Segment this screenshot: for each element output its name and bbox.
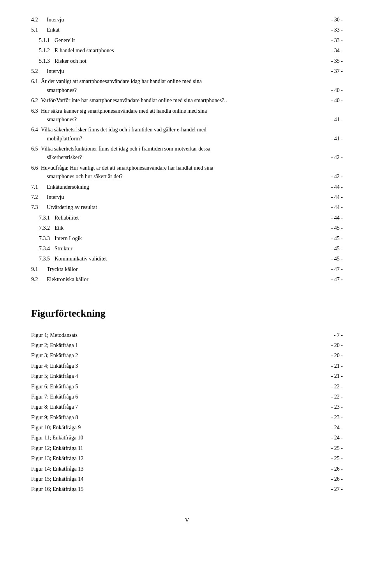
toc-number: 7.3.3 <box>39 234 55 243</box>
figur-row: Figur 8; Enkätfråga 7 - 23 - <box>31 403 343 411</box>
figur-label: Figur 9; Enkätfråga 8 <box>31 413 176 422</box>
toc-page: - 45 - <box>323 255 343 263</box>
figur-row: Figur 16; Enkätfråga 15 - 27 - <box>31 485 343 494</box>
toc-dots <box>185 198 322 199</box>
toc-page: - 26 - <box>323 475 343 484</box>
toc-page: - 25 - <box>323 444 343 453</box>
toc-number: 6.3 <box>31 108 38 114</box>
toc-dots <box>177 429 322 429</box>
toc-dots <box>185 178 322 178</box>
toc-dots <box>177 439 322 439</box>
toc-number: 5.1 <box>31 26 47 34</box>
toc-dots <box>189 219 322 220</box>
toc-page: - 35 - <box>323 57 343 66</box>
toc-dots <box>177 377 322 378</box>
toc-page: - 47 - <box>323 275 343 284</box>
toc-title: Kommunikativ validitet <box>55 255 187 263</box>
toc-dots <box>189 260 322 260</box>
toc-row-5-2: 5.2 Intervju - 37 - <box>31 67 343 76</box>
toc-page: - 44 - <box>323 214 343 222</box>
toc-title-cont: smartphones? <box>47 86 183 95</box>
toc-page: - 23 - <box>323 403 343 411</box>
toc-row-5-1-3: 5.1.3 Risker och hot - 35 - <box>31 57 343 66</box>
toc-number: 5.1.2 <box>39 46 55 55</box>
toc-title: Enkätundersökning <box>47 183 183 191</box>
toc-row-6-6: 6.6 Huvudfråga: Hur vanligt är det att s… <box>31 164 343 181</box>
toc-dots <box>177 337 322 337</box>
toc-page: - 24 - <box>323 423 343 432</box>
toc-number: 5.2 <box>31 67 47 76</box>
toc-row-5-1: 5.1 Enkät - 33 - <box>31 26 343 34</box>
toc-row-6-1: 6.1 Är det vanligt att smartphonesanvänd… <box>31 77 343 95</box>
toc-title: Intervju <box>47 67 183 76</box>
figurforteckning-section: Figurförteckning Figur 1; Metodansats - … <box>31 308 343 494</box>
toc-page: - 30 - <box>323 16 343 24</box>
figur-label: Figur 11; Enkätfråga 10 <box>31 434 176 442</box>
toc-page: - 33 - <box>323 36 343 45</box>
toc-dots <box>177 419 322 419</box>
toc-dots <box>177 470 322 471</box>
figur-row: Figur 3; Enkätfråga 2 - 20 - <box>31 351 343 360</box>
toc-page: - 45 - <box>323 244 343 253</box>
toc-number: 9.2 <box>31 275 47 284</box>
toc-container: 4.2 Intervju - 30 - 5.1 Enkät - 33 - 5.1… <box>31 16 343 284</box>
figur-label: Figur 5; Enkätfråga 4 <box>31 372 176 381</box>
figur-row: Figur 5; Enkätfråga 4 - 21 - <box>31 372 343 381</box>
toc-title: Vilka säkerhetsrisker finns det idag och… <box>41 127 206 133</box>
toc-page: - 45 - <box>323 234 343 243</box>
toc-page: - 20 - <box>323 351 343 360</box>
toc-number: 7.3 <box>31 203 47 212</box>
toc-number: 7.2 <box>31 193 47 202</box>
toc-row-9-1: 9.1 Tryckta källor - 47 - <box>31 265 343 274</box>
toc-title: Struktur <box>55 244 187 253</box>
figur-label: Figur 1; Metodansats <box>31 331 176 340</box>
toc-title: E-handel med smartphones <box>55 46 187 55</box>
toc-number: 6.1 <box>31 78 38 84</box>
figur-row: Figur 2; Enkätfråga 1 - 20 - <box>31 341 343 350</box>
toc-dots <box>177 480 322 481</box>
toc-number: 9.1 <box>31 265 47 274</box>
toc-number: 5.1.3 <box>39 57 55 66</box>
toc-title: Intern Logik <box>55 234 187 243</box>
toc-dots <box>185 188 322 189</box>
toc-row-4-2: 4.2 Intervju - 30 - <box>31 16 343 24</box>
figur-row: Figur 11; Enkätfråga 10 - 24 - <box>31 434 343 442</box>
toc-number: 6.2 <box>31 97 38 103</box>
footer-page-number: V <box>31 517 343 524</box>
toc-title: Huvudfråga: Hur vanligt är det att smart… <box>41 165 213 171</box>
toc-page: - 24 - <box>323 434 343 442</box>
toc-number: 7.3.4 <box>39 244 55 253</box>
toc-title: Risker och hot <box>55 57 187 66</box>
toc-row-6-5: 6.5 Vilka säkerhetsfunktioner finns det … <box>31 145 343 162</box>
toc-page: - 44 - <box>323 193 343 202</box>
toc-dots <box>177 491 322 491</box>
toc-dots <box>189 42 322 42</box>
toc-dots <box>177 398 322 398</box>
toc-number: 6.4 <box>31 127 38 133</box>
figur-label: Figur 15; Enkätfråga 14 <box>31 475 176 484</box>
toc-page: - 22 - <box>323 383 343 391</box>
toc-dots <box>177 460 322 460</box>
toc-row-6-2: 6.2 Varför/Varför inte har smartphonesan… <box>31 96 343 105</box>
toc-title: Etik <box>55 224 187 232</box>
toc-number: 6.5 <box>31 146 38 152</box>
toc-page: - 27 - <box>323 485 343 494</box>
figur-label: Figur 2; Enkätfråga 1 <box>31 341 176 350</box>
figur-label: Figur 4; Enkätfråga 3 <box>31 362 176 370</box>
toc-dots <box>185 209 322 209</box>
toc-page: - 42 - <box>323 172 343 181</box>
toc-dots <box>189 62 322 63</box>
toc-page: - 37 - <box>323 67 343 76</box>
toc-row-7-3-5: 7.3.5 Kommunikativ validitet - 45 - <box>31 255 343 263</box>
toc-page: - 25 - <box>323 454 343 463</box>
toc-title: Intervju <box>47 193 183 202</box>
toc-row-7-3-4: 7.3.4 Struktur - 45 - <box>31 244 343 253</box>
toc-title: Hur säkra känner sig smartphonesanvändar… <box>41 108 207 114</box>
toc-row-7-2: 7.2 Intervju - 44 - <box>31 193 343 202</box>
figur-row: Figur 1; Metodansats - 7 - <box>31 331 343 340</box>
toc-title: Tryckta källor <box>47 265 183 274</box>
toc-dots <box>189 250 322 250</box>
toc-page: - 45 - <box>323 224 343 232</box>
figur-row: Figur 14; Enkätfråga 13 - 26 - <box>31 465 343 473</box>
figur-row: Figur 12; Enkätfråga 11 - 25 - <box>31 444 343 453</box>
